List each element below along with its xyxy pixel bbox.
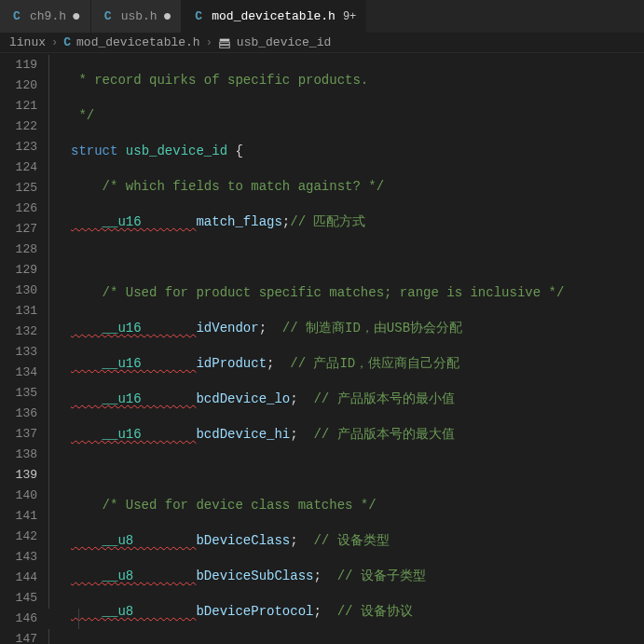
indent-guides [45, 53, 71, 644]
line-number: 135 [0, 383, 45, 404]
code-line: /* Used for device class matches */ [71, 495, 564, 515]
code-line: __u16 idVendor; // 制造商ID，由USB协会分配 [71, 318, 564, 338]
line-number: 129 [0, 260, 45, 281]
code-line [71, 459, 564, 480]
code-line [71, 637, 564, 644]
breadcrumb-file[interactable]: mod_devicetable.h [76, 35, 200, 49]
c-file-icon: C [191, 9, 206, 24]
struct-icon [218, 36, 231, 49]
breadcrumb-root[interactable]: linux [9, 35, 46, 49]
code-line: __u8 bDeviceSubClass; // 设备子类型 [71, 566, 564, 586]
line-number: 131 [0, 301, 45, 322]
code-line: __u16 bcdDevice_hi; // 产品版本号的最大值 [71, 424, 564, 445]
tab-mod-devicetable[interactable]: C mod_devicetable.h 9+ [182, 0, 366, 33]
breadcrumb-symbol[interactable]: usb_device_id [237, 35, 331, 49]
c-file-icon: C [63, 35, 71, 49]
c-file-icon: C [101, 9, 116, 24]
code-line: /* which fields to match against? */ [71, 176, 564, 197]
line-number: 120 [0, 75, 45, 96]
line-number: 130 [0, 281, 45, 301]
code-line: struct usb_device_id { [71, 141, 564, 161]
code-line: __u8 bDeviceProtocol; // 设备协议 [71, 601, 564, 622]
line-number: 124 [0, 158, 45, 178]
chevron-right-icon: › [51, 36, 58, 49]
line-number: 144 [0, 568, 45, 588]
code-line [71, 247, 564, 267]
svg-rect-2 [220, 45, 230, 48]
line-number: 121 [0, 96, 45, 116]
line-number: 136 [0, 404, 45, 424]
svg-rect-1 [220, 42, 230, 45]
tab-usb[interactable]: C usb.h ● [91, 0, 183, 33]
svg-rect-0 [220, 38, 230, 41]
code-line: /* Used for product specific matches; ra… [71, 282, 564, 303]
code-line: __u16 idProduct; // 产品ID，供应商自己分配 [71, 353, 564, 374]
unsaved-dot-icon: ● [163, 9, 172, 24]
tab-diff-badge: 9+ [343, 10, 356, 23]
line-number: 147 [0, 629, 45, 644]
line-number: 139 [0, 465, 45, 486]
tab-label: usb.h [121, 9, 158, 23]
code-line: * record quirks of specific products. [71, 70, 564, 90]
line-number: 145 [0, 588, 45, 609]
code-line: */ [71, 105, 564, 126]
line-number: 122 [0, 116, 45, 137]
line-number: 141 [0, 506, 45, 527]
tab-label: mod_devicetable.h [212, 9, 336, 23]
breadcrumb[interactable]: linux › C mod_devicetable.h › usb_device… [0, 33, 644, 53]
editor-tabs: C ch9.h ● C usb.h ● C mod_devicetable.h … [0, 0, 644, 33]
line-number: 128 [0, 240, 45, 260]
chevron-right-icon: › [206, 36, 212, 49]
code-area[interactable]: * record quirks of specific products. */… [71, 53, 564, 644]
tab-ch9[interactable]: C ch9.h ● [0, 0, 91, 33]
line-number: 125 [0, 178, 45, 199]
line-number: 140 [0, 486, 45, 506]
line-number: 126 [0, 199, 45, 219]
line-number: 132 [0, 322, 45, 342]
tab-label: ch9.h [30, 9, 66, 23]
line-number: 119 [0, 55, 45, 75]
line-number: 146 [0, 609, 45, 629]
code-line: __u16 match_flags;// 匹配方式 [71, 212, 564, 232]
line-number: 127 [0, 219, 45, 240]
line-number: 138 [0, 445, 45, 465]
line-number: 123 [0, 137, 45, 158]
code-editor[interactable]: 119 120 121 122 123 124 125 126 127 128 … [0, 53, 644, 644]
line-number: 134 [0, 363, 45, 383]
c-file-icon: C [9, 9, 24, 24]
line-number: 133 [0, 342, 45, 363]
unsaved-dot-icon: ● [72, 9, 81, 24]
line-number: 137 [0, 424, 45, 445]
line-number: 142 [0, 527, 45, 547]
line-number-gutter: 119 120 121 122 123 124 125 126 127 128 … [0, 53, 45, 644]
line-number: 143 [0, 547, 45, 568]
code-line: __u16 bcdDevice_lo; // 产品版本号的最小值 [71, 389, 564, 409]
code-line: __u8 bDeviceClass; // 设备类型 [71, 530, 564, 551]
